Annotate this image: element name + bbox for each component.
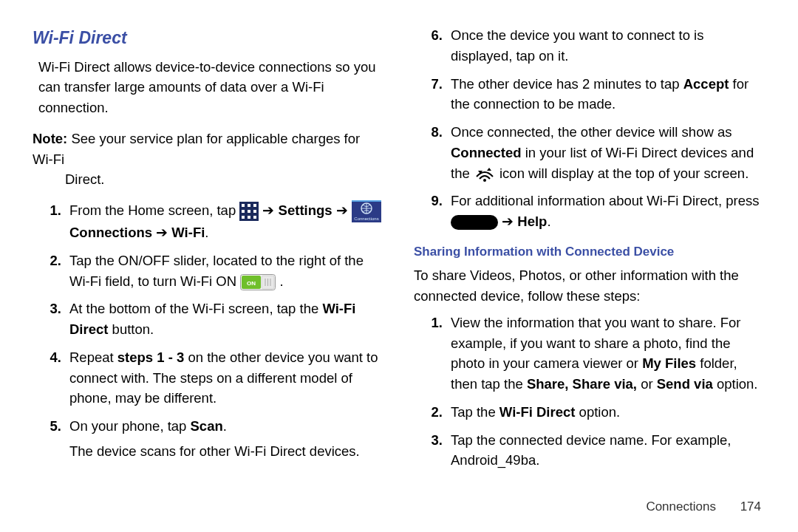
step-1-arrow1: ➔ <box>262 202 278 218</box>
sh1-b: My Files <box>642 355 696 371</box>
step-9: For additional information about Wi-Fi D… <box>446 191 765 232</box>
svg-rect-3 <box>253 204 256 207</box>
share-step-1: View the information that you want to sh… <box>446 313 765 395</box>
step-6: Once the device you want to connect to i… <box>446 25 765 66</box>
step-4-a: Repeat <box>69 349 117 365</box>
share-step-2: Tap the Wi-Fi Direct option. <box>446 402 765 423</box>
svg-text:ON: ON <box>247 280 256 287</box>
step-7: The other device has 2 minutes to tap Ac… <box>446 74 765 115</box>
note-text-b: Direct. <box>33 169 384 190</box>
step-9-a: For additional information about Wi-Fi D… <box>451 193 759 208</box>
step-3-c: button. <box>108 321 154 337</box>
intro-paragraph: Wi-Fi Direct allows device-to-device con… <box>38 57 384 118</box>
step-5-b: Scan <box>191 418 223 434</box>
svg-rect-9 <box>253 216 256 219</box>
share-title: Sharing Information with Connected Devic… <box>414 242 765 262</box>
svg-rect-2 <box>248 204 250 207</box>
step-2: Tap the ON/OFF slider, located to the ri… <box>65 250 384 292</box>
svg-rect-4 <box>242 210 245 213</box>
step-3-a: At the bottom of the Wi-Fi screen, tap t… <box>69 301 322 316</box>
step-4-b: steps 1 - 3 <box>117 349 185 365</box>
share-step-3: Tap the connected device name. For examp… <box>446 430 765 471</box>
sh2-c: option. <box>575 404 620 420</box>
svg-rect-6 <box>253 210 256 213</box>
sh2-b: Wi-Fi Direct <box>499 404 576 420</box>
step-5-a: On your phone, tap <box>69 418 191 434</box>
svg-rect-11 <box>352 200 381 202</box>
step-8-d: icon will display at the top of your scr… <box>499 166 748 181</box>
step-2-dot: . <box>279 273 283 289</box>
step-1-arrow2: ➔ <box>336 202 352 218</box>
step-8-a: Once connected, the other device will sh… <box>451 124 732 140</box>
svg-rect-22 <box>451 215 498 230</box>
step-5-d: The device scans for other Wi-Fi Direct … <box>69 441 384 462</box>
menu-key-icon <box>451 215 498 230</box>
section-title: Wi-Fi Direct <box>33 25 384 51</box>
wifi-label: Wi-Fi <box>171 225 205 240</box>
svg-text:Connections: Connections <box>354 216 378 221</box>
step-9-arrow: ➔ <box>502 214 517 229</box>
note-block: Note: See your service plan for applicab… <box>33 129 384 190</box>
step-5-c: . <box>223 418 227 434</box>
step-1: From the Home screen, tap ➔ Settings ➔ <box>65 200 384 243</box>
apps-grid-icon <box>239 202 259 221</box>
step-3: At the bottom of the Wi-Fi screen, tap t… <box>65 299 384 340</box>
svg-point-21 <box>483 179 486 182</box>
page-footer: Connections 174 <box>646 497 761 516</box>
help-label: Help <box>517 214 547 229</box>
sh1-g: option. <box>713 376 758 392</box>
step-1-dot: . <box>205 225 208 240</box>
note-label: Note: <box>33 131 67 146</box>
sh1-d: Share, Share via, <box>527 376 637 392</box>
step-1-text-a: From the Home screen, tap <box>69 202 239 218</box>
connections-tab-icon: Connections <box>352 200 381 222</box>
step-8: Once connected, the other device will sh… <box>446 122 765 183</box>
step-2-text: Tap the ON/OFF slider, located to the ri… <box>69 253 364 289</box>
share-intro: To share Videos, Photos, or other inform… <box>414 265 765 307</box>
step-1-arrow3: ➔ <box>156 225 171 240</box>
note-text-a: See your service plan for applicable cha… <box>33 131 360 167</box>
step-7-b: Accept <box>683 76 729 92</box>
wifi-direct-icon <box>474 166 496 183</box>
sh1-e: or <box>637 376 657 392</box>
footer-page-number: 174 <box>740 499 761 514</box>
toggle-on-icon: ON <box>240 274 276 290</box>
svg-rect-1 <box>242 204 245 207</box>
connections-label: Connections <box>69 225 152 240</box>
step-5: On your phone, tap Scan. The device scan… <box>65 416 384 462</box>
step-9-dot: . <box>547 214 550 229</box>
svg-rect-8 <box>248 216 250 219</box>
svg-rect-7 <box>242 216 245 219</box>
step-8-b: Connected <box>451 145 522 160</box>
step-4: Repeat steps 1 - 3 on the other device y… <box>65 347 384 409</box>
sh2-a: Tap the <box>451 404 499 420</box>
footer-section: Connections <box>646 499 716 514</box>
svg-rect-5 <box>248 210 250 213</box>
step-7-a: The other device has 2 minutes to tap <box>451 76 683 92</box>
settings-label: Settings <box>279 202 332 218</box>
sh1-f: Send via <box>657 376 713 392</box>
